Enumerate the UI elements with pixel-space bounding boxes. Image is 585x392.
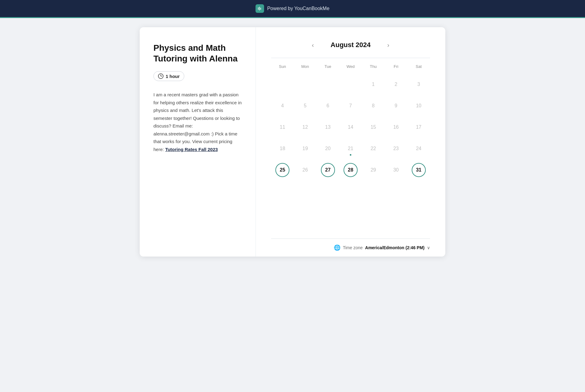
day-cell: 31 bbox=[407, 159, 430, 181]
timezone-label: Time zone bbox=[343, 245, 363, 250]
powered-by-text: Powered by YouCanBookMe bbox=[267, 6, 329, 11]
unavailable-day: 16 bbox=[389, 120, 403, 134]
unavailable-day: 13 bbox=[321, 120, 335, 134]
day-cell: 2 bbox=[384, 74, 407, 95]
unavailable-day: 17 bbox=[412, 120, 426, 134]
unavailable-day: 21 bbox=[344, 142, 358, 156]
day-cell: 26 bbox=[294, 159, 316, 181]
globe-icon: 🌐 bbox=[334, 244, 340, 251]
top-bar: Powered by YouCanBookMe bbox=[0, 0, 585, 18]
description-text: I am a recent masters grad with a passio… bbox=[153, 91, 242, 153]
day-cell: 9 bbox=[384, 95, 407, 116]
day-cell: 13 bbox=[317, 116, 339, 138]
timezone-value: America/Edmonton (2:46 PM) bbox=[365, 245, 425, 250]
day-cell: 30 bbox=[384, 159, 407, 181]
next-month-button[interactable]: › bbox=[383, 39, 394, 50]
day-cell: 29 bbox=[362, 159, 384, 181]
svg-rect-0 bbox=[258, 7, 259, 10]
day-cell: 14 bbox=[339, 116, 362, 138]
unavailable-day: 15 bbox=[366, 120, 380, 134]
calendar-header: ‹ August 2024 › bbox=[271, 39, 430, 50]
clock-icon bbox=[158, 73, 164, 79]
day-header: Sat bbox=[407, 64, 430, 74]
day-header: Mon bbox=[294, 64, 316, 74]
day-cell: 1 bbox=[362, 74, 384, 95]
day-cell: 27 bbox=[317, 159, 339, 181]
booking-card: Physics and Math Tutoring with Alenna 1 … bbox=[140, 27, 445, 257]
unavailable-day: 11 bbox=[275, 120, 289, 134]
unavailable-day: 6 bbox=[321, 99, 335, 113]
day-cell: 21 bbox=[339, 138, 362, 159]
day-cell: 6 bbox=[317, 95, 339, 116]
ycbm-logo-icon bbox=[256, 4, 264, 13]
unavailable-day: 22 bbox=[366, 142, 380, 156]
calendar-footer: 🌐 Time zone America/Edmonton (2:46 PM) ∨ bbox=[271, 239, 430, 257]
timezone-chevron-icon[interactable]: ∨ bbox=[427, 245, 430, 250]
unavailable-day: 26 bbox=[298, 163, 312, 177]
day-cell bbox=[294, 74, 316, 95]
main-wrapper: Physics and Math Tutoring with Alenna 1 … bbox=[0, 18, 585, 392]
unavailable-day: 9 bbox=[389, 99, 403, 113]
duration-label: 1 hour bbox=[166, 74, 180, 79]
unavailable-day: 7 bbox=[344, 99, 358, 113]
day-cell bbox=[317, 74, 339, 95]
day-cell: 28 bbox=[339, 159, 362, 181]
session-title: Physics and Math Tutoring with Alenna bbox=[153, 43, 242, 64]
day-cell: 8 bbox=[362, 95, 384, 116]
unavailable-day: 1 bbox=[366, 77, 380, 91]
calendar-month-title: August 2024 bbox=[331, 41, 371, 49]
unavailable-day: 2 bbox=[389, 77, 403, 91]
day-cell: 20 bbox=[317, 138, 339, 159]
day-cell: 3 bbox=[407, 74, 430, 95]
available-day[interactable]: 25 bbox=[275, 163, 289, 177]
unavailable-day: 10 bbox=[412, 99, 426, 113]
day-cell: 12 bbox=[294, 116, 316, 138]
available-day[interactable]: 31 bbox=[412, 163, 426, 177]
day-header: Tue bbox=[317, 64, 339, 74]
day-cell: 24 bbox=[407, 138, 430, 159]
unavailable-day: 14 bbox=[344, 120, 358, 134]
unavailable-day: 19 bbox=[298, 142, 312, 156]
pricing-link[interactable]: Tutoring Rates Fall 2023 bbox=[165, 147, 218, 152]
calendar-divider bbox=[271, 58, 430, 58]
unavailable-day: 12 bbox=[298, 120, 312, 134]
unavailable-day: 24 bbox=[412, 142, 426, 156]
day-cell: 4 bbox=[271, 95, 294, 116]
day-cell: 17 bbox=[407, 116, 430, 138]
day-header: Fri bbox=[384, 64, 407, 74]
left-panel: Physics and Math Tutoring with Alenna 1 … bbox=[140, 27, 256, 257]
day-cell: 23 bbox=[384, 138, 407, 159]
svg-rect-1 bbox=[259, 7, 260, 10]
day-cell: 11 bbox=[271, 116, 294, 138]
right-panel: ‹ August 2024 › SunMonTueWedThuFriSat123… bbox=[256, 27, 445, 257]
unavailable-day: 18 bbox=[275, 142, 289, 156]
unavailable-day: 4 bbox=[275, 99, 289, 113]
day-cell: 5 bbox=[294, 95, 316, 116]
day-cell: 25 bbox=[271, 159, 294, 181]
available-day[interactable]: 27 bbox=[321, 163, 335, 177]
prev-month-button[interactable]: ‹ bbox=[307, 39, 318, 50]
available-day[interactable]: 28 bbox=[344, 163, 358, 177]
day-cell bbox=[339, 74, 362, 95]
day-header: Wed bbox=[339, 64, 362, 74]
day-cell: 10 bbox=[407, 95, 430, 116]
day-cell: 18 bbox=[271, 138, 294, 159]
unavailable-day: 29 bbox=[366, 163, 380, 177]
day-cell: 22 bbox=[362, 138, 384, 159]
day-cell: 15 bbox=[362, 116, 384, 138]
duration-badge: 1 hour bbox=[153, 71, 184, 81]
day-cell: 19 bbox=[294, 138, 316, 159]
unavailable-day: 3 bbox=[412, 77, 426, 91]
day-header: Thu bbox=[362, 64, 384, 74]
unavailable-day: 30 bbox=[389, 163, 403, 177]
calendar-grid: SunMonTueWedThuFriSat1234567891011121314… bbox=[271, 64, 430, 181]
day-header: Sun bbox=[271, 64, 294, 74]
unavailable-day: 23 bbox=[389, 142, 403, 156]
day-cell: 7 bbox=[339, 95, 362, 116]
day-cell bbox=[271, 74, 294, 95]
unavailable-day: 5 bbox=[298, 99, 312, 113]
day-cell: 16 bbox=[384, 116, 407, 138]
unavailable-day: 8 bbox=[366, 99, 380, 113]
unavailable-day: 20 bbox=[321, 142, 335, 156]
svg-rect-2 bbox=[260, 8, 261, 10]
